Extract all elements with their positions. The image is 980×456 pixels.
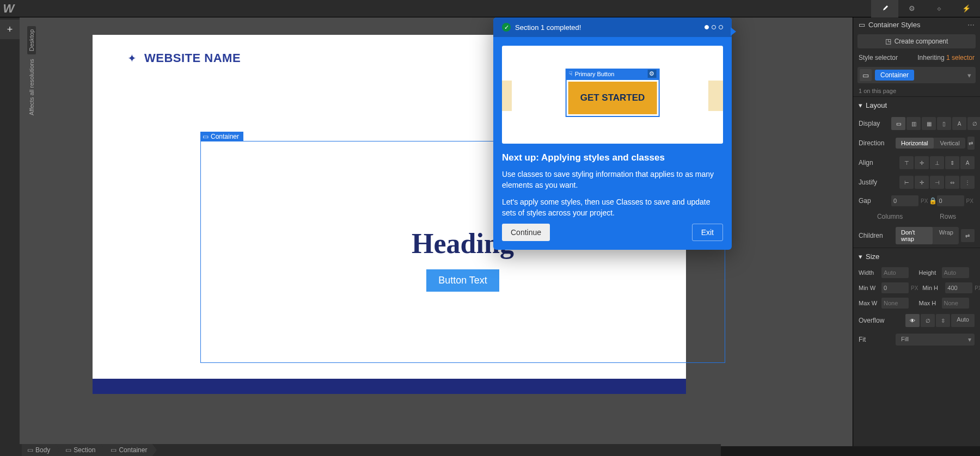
selector-input[interactable]: ▭ Container ▾ [857, 67, 976, 83]
tutorial-header: ✓ Section 1 completed! [493, 17, 732, 37]
left-rail: + [0, 17, 20, 446]
selector-type-icon[interactable]: ▭ [860, 69, 872, 81]
hand-icon: ☟ [569, 70, 573, 77]
exit-button[interactable]: Exit [692, 224, 723, 241]
justify-around[interactable]: ⋮ [960, 176, 975, 189]
height-label: Height [919, 269, 940, 276]
overflow-hidden[interactable]: ∅ [921, 314, 935, 327]
gap-label: Gap [859, 197, 891, 205]
section-icon: ▭ [65, 446, 71, 454]
top-bar: W ⚙ ⟐ ⚡ [0, 0, 980, 17]
display-inline[interactable]: A [952, 117, 966, 130]
more-icon[interactable]: ⋯ [967, 21, 975, 29]
continue-button[interactable]: Continue [502, 224, 550, 241]
settings-tab[interactable]: ⚙ [898, 0, 926, 17]
align-stretch[interactable]: ⇕ [945, 156, 959, 169]
maxw-input[interactable] [881, 298, 909, 309]
lock-icon[interactable]: 🔒 [929, 197, 937, 205]
align-start[interactable]: ⊤ [899, 156, 914, 169]
justify-end[interactable]: ⊣ [930, 176, 944, 189]
direction-horizontal[interactable]: Horizontal [896, 138, 934, 149]
panel-title: Container Styles [868, 21, 920, 29]
justify-center[interactable]: ✛ [915, 176, 929, 189]
tutorial-status: Section 1 completed! [515, 23, 581, 32]
display-flex[interactable]: ▥ [906, 117, 921, 130]
align-end[interactable]: ⊥ [930, 156, 944, 169]
interactions-tab[interactable]: ⟐ [926, 0, 953, 17]
minw-input[interactable] [881, 282, 909, 293]
display-grid[interactable]: ▦ [922, 117, 936, 130]
container-icon: ▭ [859, 21, 865, 29]
progress-dots [705, 25, 723, 29]
align-center[interactable]: ✛ [915, 156, 929, 169]
style-selector-label: Style selector [859, 54, 898, 61]
resolution-label: Affects all resolutions Desktop [27, 26, 36, 115]
size-section[interactable]: ▾ Size [853, 248, 980, 265]
crumb-body[interactable]: ▭Body [22, 444, 56, 456]
overflow-auto[interactable]: Auto [951, 314, 975, 327]
minw-label: Min W [859, 285, 879, 291]
selector-tag[interactable]: Container [875, 70, 914, 81]
display-block[interactable]: ▭ [891, 117, 905, 130]
fit-fill[interactable]: Fill [896, 334, 964, 346]
minh-input[interactable] [945, 282, 972, 293]
preview-button-left: ON [502, 81, 512, 111]
children-reverse[interactable]: ⇄ [961, 229, 975, 242]
tutorial-popover: ✓ Section 1 completed! ON ☟ Primary Butt… [493, 17, 732, 250]
breadcrumb: ▭Body ▭Section ▭Container [0, 444, 721, 456]
display-none[interactable]: ∅ [967, 117, 980, 130]
maxh-label: Max H [919, 300, 940, 306]
container-icon: ▭ [111, 446, 117, 454]
justify-start[interactable]: ⊢ [899, 176, 914, 189]
button-element[interactable]: Button Text [426, 269, 499, 292]
gear-icon: ⚙ [909, 4, 915, 13]
preview-selection-label: ☟ Primary Button ⚙ [566, 69, 660, 79]
dot-3 [719, 25, 723, 29]
container-icon: ▭ [203, 133, 209, 140]
add-element-button[interactable]: + [0, 20, 20, 39]
direction-reverse[interactable]: ⇄ [967, 137, 975, 150]
maxw-label: Max W [859, 300, 879, 306]
overflow-scroll[interactable]: ⇳ [936, 314, 950, 327]
site-name: WEBSITE NAME [144, 51, 241, 65]
overflow-visible[interactable]: 👁 [905, 314, 920, 327]
layout-section[interactable]: ▾ Layout [853, 96, 980, 114]
tutorial-text-2: Let's apply some styles, then use Classe… [502, 196, 723, 219]
crumb-container[interactable]: ▭Container [101, 444, 152, 456]
create-component-button[interactable]: ◳ Create component [857, 34, 976, 48]
children-nowrap[interactable]: Don't wrap [896, 227, 933, 244]
overflow-label: Overflow [859, 317, 891, 324]
style-panel: ▭ Container Styles ⋯ ◳ Create component … [853, 17, 980, 446]
children-label: Children [859, 232, 891, 239]
width-label: Width [859, 269, 879, 276]
chevron-down-icon[interactable]: ▾ [965, 334, 975, 346]
display-inline-block[interactable]: ▯ [937, 117, 951, 130]
body-icon: ▭ [27, 446, 33, 454]
tutorial-text-1: Use classes to save styling information … [502, 169, 723, 191]
chevron-down-icon[interactable]: ▾ [967, 71, 973, 79]
check-icon: ✓ [502, 23, 511, 32]
selection-label[interactable]: ▭ Container [200, 132, 243, 141]
gap-row-input[interactable] [937, 195, 964, 206]
logo[interactable]: W [0, 0, 17, 17]
tutorial-preview: ON ☟ Primary Button ⚙ GET STARTED BUT [502, 46, 723, 144]
rows-label: Rows [940, 213, 956, 220]
justify-label: Justify [859, 178, 891, 186]
preview-button-right: BUT [708, 81, 723, 111]
direction-vertical[interactable]: Vertical [935, 138, 965, 149]
effects-tab[interactable]: ⚡ [953, 0, 980, 17]
align-baseline[interactable]: A [960, 156, 975, 169]
maxh-input[interactable] [942, 298, 969, 309]
height-input[interactable] [942, 267, 969, 278]
style-tab[interactable] [871, 0, 898, 17]
inheriting-label[interactable]: Inheriting 1 selector [917, 54, 975, 61]
children-wrap[interactable]: Wrap [934, 227, 959, 244]
minh-label: Min H [922, 285, 943, 291]
gap-col-input[interactable] [891, 195, 918, 206]
preview-button-center: GET STARTED [568, 82, 657, 114]
width-input[interactable] [881, 267, 909, 278]
columns-label: Columns [877, 213, 903, 220]
crumb-section[interactable]: ▭Section [56, 444, 101, 456]
tutorial-title: Next up: Applying styles and classes [502, 152, 723, 163]
justify-between[interactable]: ⇔ [945, 176, 959, 189]
